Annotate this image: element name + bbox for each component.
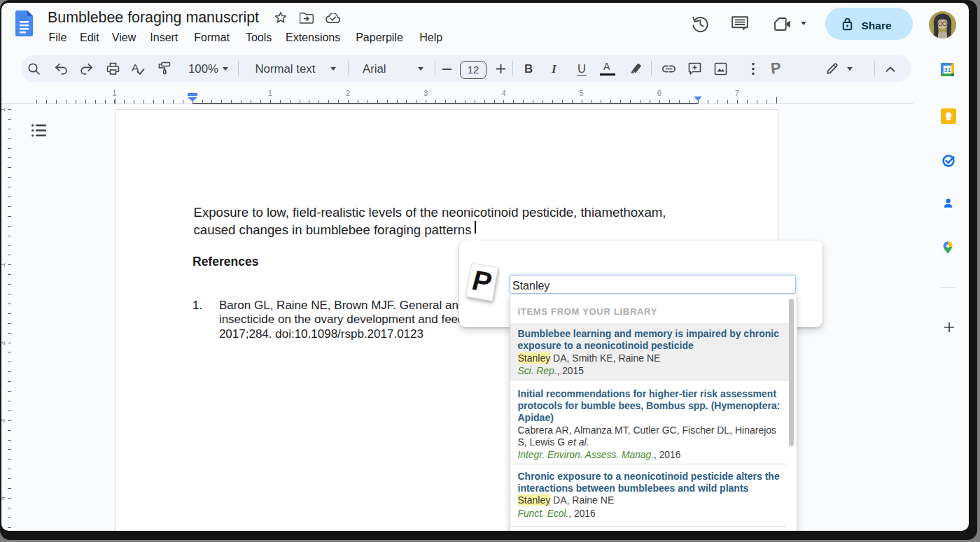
- svg-text:31: 31: [944, 66, 951, 73]
